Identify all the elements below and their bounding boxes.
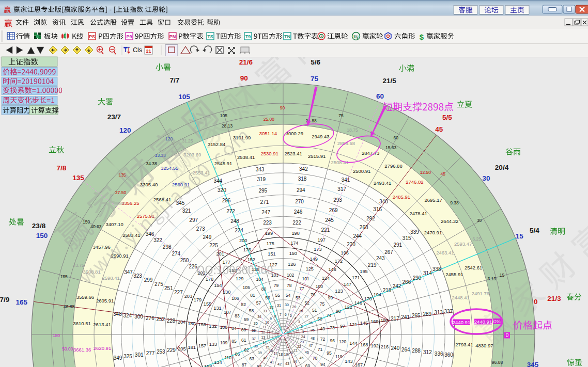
svg-text:271: 271: [260, 199, 269, 205]
svg-text:45: 45: [300, 356, 304, 360]
svg-text:7: 7: [280, 313, 282, 316]
svg-text:318: 318: [298, 176, 307, 182]
svg-text:107: 107: [224, 310, 231, 315]
svg-text:78: 78: [287, 283, 292, 288]
svg-text:312: 312: [423, 349, 432, 355]
svg-text:22: 22: [297, 345, 301, 348]
svg-text:43.75: 43.75: [73, 263, 84, 268]
svg-text:135: 135: [72, 174, 84, 182]
svg-text:251: 251: [164, 285, 173, 291]
svg-text:48: 48: [311, 337, 315, 340]
svg-text:2485.91: 2485.91: [393, 194, 410, 200]
svg-text:2793.41: 2793.41: [455, 342, 473, 347]
svg-text:18.75: 18.75: [347, 127, 358, 133]
svg-text:28.13: 28.13: [222, 123, 233, 129]
svg-text:42: 42: [277, 362, 282, 366]
svg-text:103: 103: [271, 273, 278, 278]
svg-text:15: 15: [516, 232, 524, 240]
svg-text:12.50: 12.50: [420, 170, 431, 175]
svg-text:300: 300: [134, 314, 143, 320]
svg-text:274: 274: [172, 251, 180, 257]
svg-text:20: 20: [289, 351, 293, 355]
svg-text:7/8: 7/8: [57, 164, 67, 172]
svg-text:120: 120: [339, 339, 346, 344]
svg-text:168: 168: [360, 342, 368, 347]
svg-text:76: 76: [311, 292, 316, 297]
svg-text:20/4: 20/4: [495, 164, 509, 171]
svg-text:150: 150: [36, 232, 48, 240]
svg-text:2593.47: 2593.47: [454, 241, 472, 247]
svg-text:148: 148: [328, 267, 336, 272]
svg-text:273: 273: [196, 226, 205, 232]
svg-text:36: 36: [252, 329, 256, 332]
svg-text:144: 144: [349, 341, 357, 346]
svg-text:3559.66: 3559.66: [76, 294, 94, 300]
svg-text:82: 82: [241, 302, 246, 307]
svg-text:100: 100: [316, 284, 323, 289]
svg-text:121: 121: [349, 322, 357, 327]
svg-text:2440.91: 2440.91: [453, 320, 470, 325]
svg-text:1: 1: [302, 330, 304, 333]
svg-text:299: 299: [144, 277, 153, 283]
svg-text:2568.41: 2568.41: [153, 197, 171, 202]
svg-text:2500.91: 2500.91: [353, 168, 370, 174]
svg-text:195: 195: [360, 269, 367, 274]
svg-text:45: 45: [435, 125, 443, 133]
svg-text:151: 151: [268, 251, 275, 257]
svg-text:72: 72: [320, 337, 326, 342]
svg-text:46.88: 46.88: [64, 304, 75, 309]
svg-text:69: 69: [305, 363, 311, 367]
svg-text:TN: TN: [284, 34, 290, 39]
svg-text:3.13: 3.13: [487, 276, 496, 281]
svg-text:241: 241: [401, 314, 410, 320]
svg-text:219: 219: [368, 262, 377, 268]
svg-text:60: 60: [376, 92, 384, 100]
svg-text:2695.17: 2695.17: [425, 197, 442, 203]
svg-text:21/3: 21/3: [547, 295, 561, 302]
svg-text:149: 149: [310, 257, 318, 262]
svg-text:2530.91: 2530.91: [261, 151, 278, 156]
svg-text:15: 15: [500, 273, 505, 278]
svg-text:87: 87: [242, 362, 247, 367]
svg-text:325: 325: [123, 354, 132, 359]
svg-text:PS: PS: [89, 34, 95, 39]
svg-text:14: 14: [262, 341, 267, 344]
svg-text:6: 6: [285, 313, 287, 316]
svg-text:346: 346: [146, 231, 154, 237]
svg-text:180: 180: [53, 333, 60, 338]
svg-text:3: 3: [298, 320, 300, 324]
svg-text:154: 154: [214, 283, 222, 288]
svg-text:37: 37: [252, 337, 256, 341]
svg-text:145: 145: [360, 321, 368, 326]
svg-text:205: 205: [178, 346, 185, 352]
svg-text:23: 23: [300, 340, 304, 344]
svg-text:29: 29: [292, 305, 297, 309]
svg-text:PN: PN: [169, 34, 176, 39]
svg-text:173: 173: [314, 247, 321, 252]
svg-text:31: 31: [277, 304, 281, 307]
svg-text:288: 288: [412, 348, 421, 354]
svg-text:108: 108: [220, 325, 227, 330]
svg-text:45: 45: [441, 171, 446, 177]
svg-text:23/7: 23/7: [107, 113, 121, 121]
svg-text:264: 264: [401, 347, 410, 353]
svg-text:132: 132: [209, 324, 216, 329]
svg-text:105: 105: [243, 285, 250, 290]
svg-text:105: 105: [220, 113, 227, 118]
svg-text:33: 33: [263, 309, 267, 313]
svg-text:323: 323: [133, 273, 142, 279]
svg-text:40: 40: [264, 356, 268, 360]
svg-text:2598.41: 2598.41: [102, 275, 119, 281]
svg-text:2515.91: 2515.91: [308, 153, 326, 159]
svg-text:171: 171: [352, 275, 360, 280]
svg-text:203: 203: [184, 294, 192, 299]
svg-text:Cls: Cls: [133, 46, 142, 54]
svg-text:57: 57: [256, 300, 261, 306]
svg-text:9.38: 9.38: [450, 200, 459, 205]
svg-text:347: 347: [124, 269, 133, 275]
svg-text:34: 34: [257, 315, 261, 318]
svg-text:131: 131: [213, 306, 221, 311]
svg-text:130: 130: [223, 290, 230, 295]
svg-text:276: 276: [146, 315, 154, 321]
svg-text:294: 294: [297, 187, 305, 193]
